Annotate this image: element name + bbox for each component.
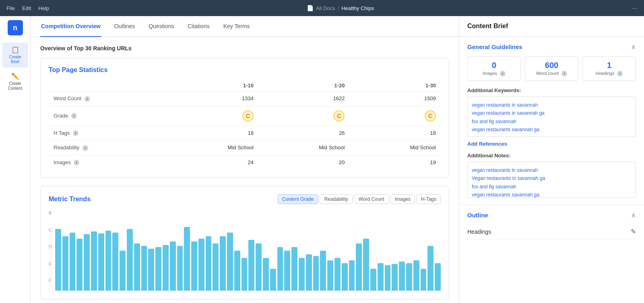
grade-badge-3: C	[425, 110, 436, 122]
filter-word-count[interactable]: Word Count	[354, 194, 389, 204]
chart-bar	[277, 247, 283, 291]
note-item[interactable]: vegan restaurants savannah ga	[472, 191, 632, 198]
row-word-count-label: Word Count i	[49, 91, 167, 106]
images-stat-label: Images i	[471, 71, 517, 76]
row-htags-label: H Tags i	[49, 126, 167, 140]
images-stat-info-icon[interactable]: i	[500, 71, 506, 76]
trends-header: Metric Trends Content Grade Readability …	[49, 194, 441, 204]
chart-bar	[263, 258, 269, 291]
chart-bar	[134, 243, 140, 291]
menu-edit[interactable]: Edit	[22, 5, 31, 11]
add-references-link[interactable]: Add References	[467, 141, 507, 147]
notes-box[interactable]: vegan restaurants in savannahVegan resta…	[467, 162, 636, 198]
chart-bar	[213, 243, 219, 291]
create-brief-label: Create Brief	[5, 55, 26, 64]
readability-info-icon[interactable]: i	[83, 145, 88, 151]
table-row: Word Count i 1334 1622 1509	[49, 91, 441, 106]
tab-competition-overview[interactable]: Competition Overview	[40, 16, 101, 37]
tab-outlines[interactable]: Outlines	[114, 16, 136, 37]
filter-images[interactable]: Images	[390, 194, 415, 204]
grade-info-icon[interactable]: i	[71, 113, 77, 119]
stat-box-word-count: 600 Word count i	[525, 56, 578, 81]
chart-bar	[62, 236, 68, 291]
menu-help[interactable]: Help	[38, 5, 49, 11]
headings-stat-info-icon[interactable]: i	[617, 71, 623, 76]
note-item[interactable]: fox and fig savannah	[472, 183, 632, 191]
row-readability-1-10: Mid School	[167, 140, 258, 155]
row-readability-1-20: Mid School	[258, 140, 350, 155]
images-info-icon[interactable]: i	[74, 160, 79, 165]
htags-info-icon[interactable]: i	[73, 130, 78, 136]
chart-bar	[256, 243, 262, 291]
keyword-item[interactable]: vegan restaurants in savannah	[472, 101, 632, 109]
share-icon[interactable]: ⋯	[632, 4, 638, 12]
chart-bar	[184, 227, 190, 291]
row-word-count-1-10: 1334	[167, 91, 258, 106]
menu-file[interactable]: File	[6, 5, 15, 11]
outline-section: Outline ∧ Headings ✎	[459, 205, 644, 246]
chart-bar	[76, 239, 83, 291]
sidebar-btn-create-content[interactable]: ✏️ Create Content	[2, 69, 28, 94]
filter-htags[interactable]: H-Tags	[417, 194, 441, 204]
chart-bar	[413, 260, 419, 291]
keyword-item[interactable]: vegan restaurants savannah	[472, 134, 632, 137]
chart-bar	[163, 245, 169, 291]
outline-collapse-icon[interactable]: ∧	[631, 211, 636, 219]
tab-questions[interactable]: Questions	[148, 16, 175, 37]
chart-bar	[427, 246, 433, 291]
chart-bar	[112, 233, 118, 291]
chart-bar	[84, 234, 90, 291]
stats-table: 1-10 1-20 1-30 Word Count i 1334	[49, 80, 441, 169]
word-count-stat-label: Word count i	[528, 71, 575, 76]
keyword-item[interactable]: vegan restaurants savannah ga	[472, 126, 632, 134]
y-label-e: E	[49, 261, 52, 266]
row-images-1-30: 19	[349, 155, 441, 169]
stats-heading: Top Page Statistics	[49, 66, 441, 74]
chart-bar	[206, 236, 212, 291]
chart-area: B C D E F	[49, 210, 441, 291]
row-readability-1-30: Mid School	[349, 140, 441, 155]
chart-bar	[320, 251, 326, 291]
all-docs-link[interactable]: All Docs	[316, 5, 335, 11]
note-item[interactable]: Vegan restaurants in savannah ga	[472, 174, 632, 182]
keyword-item[interactable]: fox and fig savannah	[472, 117, 632, 126]
create-content-icon: ✏️	[11, 72, 19, 80]
content-brief-header: Content Brief	[459, 16, 644, 37]
table-row: Readability i Mid School Mid School Mid …	[49, 140, 441, 155]
edit-headings-icon[interactable]: ✎	[631, 228, 636, 235]
chart-bar	[406, 263, 412, 291]
grade-badge-1: C	[242, 110, 254, 122]
tab-key-terms[interactable]: Key Terms	[223, 16, 251, 37]
section-title: Overview of Top 30 Ranking URLs	[40, 45, 449, 52]
filter-readability[interactable]: Readability	[320, 194, 352, 204]
chart-bar	[270, 269, 276, 291]
row-images-label: Images i	[49, 155, 167, 169]
topbar-menu: File Edit Help	[6, 5, 49, 11]
chart-bar	[392, 264, 398, 291]
col-1-10-header: 1-10	[167, 80, 258, 91]
headings-stat-num: 1	[586, 61, 632, 70]
chart-bar	[378, 263, 384, 291]
word-count-stat-info-icon[interactable]: i	[561, 71, 567, 76]
chart-bar	[291, 247, 297, 291]
content-area: Overview of Top 30 Ranking URLs Top Page…	[31, 37, 459, 303]
additional-keywords-label: Additional Keywords:	[467, 87, 636, 93]
note-item[interactable]: vegan restaurants in savannah	[472, 166, 632, 174]
table-row: Images i 24 20 19	[49, 155, 441, 169]
keywords-box[interactable]: vegan restaurants in savannahvegan resta…	[467, 97, 636, 137]
guidelines-collapse-icon[interactable]: ∧	[631, 43, 636, 51]
chart-bar	[70, 233, 76, 291]
chart-bar	[155, 247, 161, 291]
table-row: H Tags i 18 26 18	[49, 126, 441, 140]
filter-content-grade[interactable]: Content Grade	[278, 194, 318, 204]
keyword-item[interactable]: vegan restaurants in savannah ga	[472, 109, 632, 117]
left-sidebar: n 📋 Create Brief ✏️ Create Content	[0, 16, 31, 303]
row-word-count-1-30: 1509	[349, 91, 441, 106]
tab-citations[interactable]: Citations	[187, 16, 210, 37]
chart-bar	[284, 251, 290, 291]
chart-bar	[299, 258, 305, 291]
chart-bar	[127, 229, 133, 291]
word-count-info-icon[interactable]: i	[85, 96, 90, 102]
sidebar-btn-create-brief[interactable]: 📋 Create Brief	[2, 43, 28, 68]
row-htags-1-10: 18	[167, 126, 258, 140]
